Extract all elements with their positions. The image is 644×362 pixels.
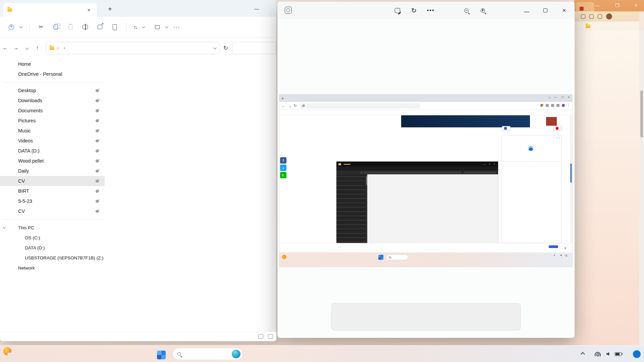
notification-count-badge[interactable] [633, 350, 641, 358]
allow-cookies-button[interactable] [549, 245, 558, 248]
page-scrollbar[interactable] [570, 115, 572, 243]
address-dropdown-icon[interactable] [213, 46, 217, 49]
more-options-button[interactable]: ••• [425, 6, 436, 15]
extensions-icon[interactable] [581, 14, 585, 19]
scrollbar[interactable] [639, 31, 644, 345]
tab-search-chevron-icon[interactable]: ⌄ [548, 96, 551, 99]
chevron-down-icon [165, 25, 168, 28]
sidebar-item[interactable]: CV [0, 176, 105, 186]
maximize-button[interactable] [540, 6, 551, 15]
paste-button[interactable] [64, 21, 77, 33]
sidebar-item[interactable]: Downloads [0, 96, 105, 106]
close-icon[interactable]: × [568, 96, 570, 99]
sidebar-item[interactable]: CV [0, 206, 105, 216]
divider [2, 82, 103, 82]
expand-chevron-icon[interactable] [3, 225, 6, 229]
sort-button[interactable]: ↑↓ [130, 22, 147, 32]
sidebar-item[interactable]: Videos [0, 136, 105, 146]
refresh-icon[interactable]: ↻ [223, 45, 228, 52]
close-button[interactable]: × [558, 6, 570, 15]
google-icon[interactable] [540, 104, 543, 107]
minimize-icon[interactable]: — [595, 3, 600, 8]
new-button[interactable] [5, 22, 25, 32]
plus-icon [9, 24, 14, 30]
background-browser-toolbar [574, 11, 639, 21]
extensions-icon[interactable] [556, 104, 559, 107]
new-tab-icon[interactable]: + [281, 96, 284, 101]
restore-icon[interactable]: ❐ [615, 3, 620, 8]
taskbar-search-box[interactable] [172, 348, 243, 360]
menu-icon[interactable]: ⋮ [567, 104, 570, 107]
close-icon[interactable]: × [635, 3, 637, 8]
profile-avatar[interactable] [606, 13, 612, 19]
breadcrumb[interactable]: › › [46, 42, 219, 54]
minimize-icon[interactable]: — [254, 6, 259, 11]
minimize-icon[interactable]: — [554, 96, 557, 99]
search-input[interactable] [232, 42, 276, 54]
line-share-icon[interactable]: L [280, 172, 286, 178]
forward-icon[interactable]: → [11, 45, 21, 51]
maximize-icon[interactable]: □ [562, 96, 564, 99]
zoom-in-button[interactable] [477, 6, 488, 15]
show-hidden-icons-chevron[interactable] [581, 352, 585, 356]
volume-icon[interactable] [606, 352, 609, 356]
copy-button[interactable] [49, 21, 62, 33]
rename-button[interactable] [79, 21, 92, 33]
view-button[interactable] [152, 23, 170, 32]
sidebar-item[interactable]: BIRT [0, 186, 105, 196]
more-options-icon[interactable]: ··· [173, 23, 180, 31]
wifi-icon[interactable] [595, 352, 601, 356]
zoom-out-button[interactable] [461, 6, 472, 15]
sidebar-item[interactable]: OS (C:) [0, 233, 105, 243]
up-icon[interactable]: ↑ [32, 45, 43, 51]
profile-avatar[interactable] [562, 104, 565, 107]
youtube-watch-video-button[interactable] [553, 126, 562, 131]
share-button[interactable] [94, 21, 106, 33]
share-icon[interactable] [546, 104, 549, 107]
close-tab-icon[interactable]: × [85, 6, 93, 14]
sidebar-item[interactable]: Desktop [0, 85, 105, 96]
sidebar-item[interactable]: Pictures [0, 116, 105, 126]
sidebar-item[interactable]: Music [0, 126, 105, 136]
back-icon[interactable]: ← [0, 45, 11, 51]
delete-button[interactable] [108, 21, 121, 33]
sidebar-item[interactable]: USBSTORAGE (\\EPSON7B7F1B) (Z:) [0, 253, 105, 263]
skyscanner-ad[interactable]: ▷ × [501, 135, 562, 243]
background-browser-tab[interactable] [576, 2, 594, 11]
reload-icon[interactable]: ↻ [294, 104, 297, 108]
sidebar-item[interactable]: DATA (D:) [0, 146, 105, 156]
weather-widget[interactable] [3, 347, 14, 355]
recent-locations-icon[interactable] [21, 45, 32, 51]
new-tab-button[interactable]: + [108, 5, 112, 13]
sidebar-item[interactable]: Daily [0, 166, 105, 176]
sidebar-item[interactable]: Network [0, 263, 105, 273]
cut-button[interactable]: ✂ [35, 21, 47, 33]
url-field[interactable] [300, 103, 420, 109]
details-view-icon[interactable] [258, 334, 263, 339]
start-button[interactable] [157, 351, 166, 359]
explorer-tab[interactable]: × [3, 3, 97, 17]
rotate-button[interactable]: ↻ [408, 6, 420, 15]
large-thumbnails-view-icon[interactable] [268, 334, 273, 339]
sidebar-item[interactable]: OneDrive - Personal [0, 69, 105, 79]
split-screen-icon[interactable] [598, 14, 602, 19]
sidebar-item[interactable]: DATA (D:) [0, 243, 105, 253]
sidebar-icon[interactable] [589, 14, 594, 19]
sidebar-item[interactable]: Wood pellet [0, 156, 105, 166]
forward-icon[interactable]: → [288, 104, 291, 108]
sidebar-item[interactable]: Documents [0, 106, 105, 116]
facebook-share-icon[interactable]: f [280, 157, 286, 164]
scrollbar-thumb[interactable] [640, 90, 643, 137]
edit-image-button[interactable] [392, 6, 403, 15]
battery-icon[interactable] [615, 352, 622, 356]
sidebar-item[interactable]: This PC [0, 223, 105, 233]
minimize-button[interactable]: — [521, 7, 532, 16]
scrollbar-thumb[interactable] [570, 164, 572, 183]
close-cookie-icon[interactable]: × [564, 246, 566, 251]
sidebar-item[interactable]: Home [0, 59, 105, 69]
sidebar-item[interactable]: 5-5-23 [0, 196, 105, 206]
bookmark-star-icon[interactable] [551, 104, 554, 107]
twitter-share-icon[interactable]: t [280, 165, 286, 171]
facebook-like-page-button[interactable] [502, 126, 511, 131]
back-icon[interactable]: ← [282, 104, 285, 108]
